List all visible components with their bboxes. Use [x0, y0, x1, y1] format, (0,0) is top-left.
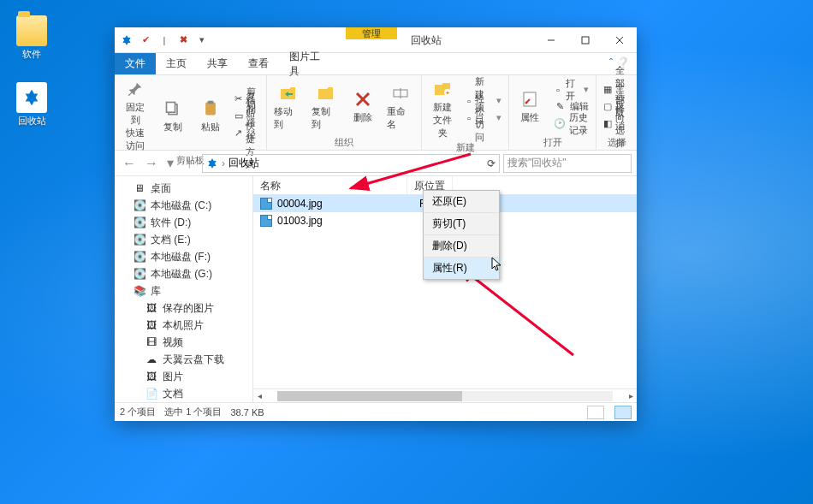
navigation-pane[interactable]: 🖥桌面 💽本地磁盘 (C:) 💽软件 (D:) 💽文档 (E:) 💽本地磁盘 (… [115, 176, 253, 402]
sidebar-drive[interactable]: 💽软件 (D:) [115, 214, 252, 231]
qat-icon[interactable] [120, 33, 134, 47]
pin-button[interactable]: 固定到 快速访问 [118, 77, 152, 154]
context-restore[interactable]: 还原(E) [424, 191, 499, 213]
up-button[interactable]: ↑ [180, 154, 199, 173]
minimize-button[interactable] [534, 27, 568, 52]
close-button[interactable] [602, 27, 637, 52]
copy-button[interactable]: 复制 [156, 97, 190, 135]
move-to-button[interactable]: 移动到 [270, 81, 305, 133]
new-folder-button[interactable]: ✦新建 文件夹 [425, 77, 460, 141]
recent-button[interactable]: ▾ [164, 154, 176, 173]
tab-view[interactable]: 查看 [238, 53, 279, 74]
copy-to-button[interactable]: 复制到 [308, 81, 342, 133]
sidebar-drive[interactable]: 💽文档 (E:) [115, 231, 252, 248]
folder-icon [16, 15, 47, 46]
paste-shortcut-button[interactable]: ↗粘贴快捷方式 [231, 124, 263, 141]
titlebar: ✔ | ✖ ▾ 管理 回收站 [115, 27, 637, 53]
search-placeholder: 搜索"回收站" [507, 156, 567, 170]
video-icon: 🎞 [145, 336, 157, 348]
sidebar-drive[interactable]: 💽本地磁盘 (C:) [115, 197, 252, 214]
help-icon[interactable]: ˆ ❔ [609, 56, 630, 69]
new-folder-icon: ✦ [432, 79, 453, 99]
documents-icon: 📄 [145, 388, 157, 400]
sidebar-drive[interactable]: 💽本地磁盘 (G:) [115, 265, 252, 282]
status-bar: 2 个项目 选中 1 个项目 38.7 KB [115, 402, 637, 421]
tab-home[interactable]: 主页 [156, 53, 197, 74]
invert-selection-button[interactable]: ◧反向选择 [600, 116, 633, 133]
scroll-right-icon[interactable]: ▸ [625, 391, 637, 400]
rename-button[interactable]: 重命名 [383, 81, 418, 133]
sidebar-desktop[interactable]: 🖥桌面 [115, 180, 252, 197]
forward-button[interactable]: → [142, 154, 161, 173]
sidebar-lib-item[interactable]: 🖼图片 [115, 368, 252, 385]
paste-button[interactable]: 粘贴 [193, 97, 228, 135]
refresh-icon[interactable]: ⟳ [487, 157, 496, 169]
history-icon: 🕑 [554, 118, 566, 130]
paste-icon [200, 98, 221, 119]
back-button[interactable]: ← [120, 154, 139, 173]
window-title: 回收站 [411, 33, 442, 48]
sidebar-lib-item[interactable]: ☁天翼云盘下载 [115, 351, 252, 368]
pictures-icon: 🖼 [145, 371, 157, 382]
ribbon-group-open: 属性 ▫打开▾ ✎编辑 🕑历史记录 打开 [509, 75, 596, 150]
properties-icon [519, 89, 540, 110]
horizontal-scrollbar[interactable]: ◂ ▸ [253, 388, 637, 402]
tab-share[interactable]: 共享 [197, 53, 238, 74]
maximize-button[interactable] [568, 27, 602, 52]
status-selected: 选中 1 个项目 [164, 406, 222, 418]
icons-view-button[interactable] [614, 406, 632, 419]
search-box[interactable]: 搜索"回收站" [503, 154, 632, 173]
history-button[interactable]: 🕑历史记录 [550, 116, 592, 133]
svg-rect-5 [167, 102, 175, 112]
tab-picture-tools[interactable]: 图片工具 [279, 53, 330, 74]
address-bar[interactable]: › 回收站 ⌄ ⟳ [202, 154, 500, 173]
ribbon-group-select: ▦全部选择 ▢全部取消 ◧反向选择 选择 [596, 75, 637, 150]
copy-icon [163, 98, 183, 119]
desktop-icon-recycle-bin[interactable]: 回收站 [10, 82, 53, 127]
context-delete[interactable]: 删除(D) [424, 235, 499, 258]
properties-button[interactable]: 属性 [513, 87, 547, 126]
svg-point-15 [525, 102, 528, 104]
sidebar-lib-item[interactable]: 📄文档 [115, 385, 252, 402]
svg-rect-1 [582, 37, 589, 44]
drive-icon: 💽 [134, 199, 145, 211]
ribbon-tabs: 文件 主页 共享 查看 图片工具 ˆ ❔ [115, 53, 637, 75]
copy-to-icon [315, 83, 335, 104]
context-cut[interactable]: 剪切(T) [424, 213, 499, 235]
sidebar-lib-item[interactable]: 🖼保存的图片 [115, 299, 252, 317]
details-view-button[interactable] [587, 406, 604, 419]
recycle-bin-icon [206, 157, 218, 169]
desktop-icon-software[interactable]: 软件 [10, 15, 53, 61]
context-properties[interactable]: 属性(R) [424, 258, 499, 279]
scroll-thumb[interactable] [277, 391, 462, 401]
scroll-left-icon[interactable]: ◂ [253, 391, 265, 400]
ribbon-group-clipboard: 固定到 快速访问 复制 粘贴 ✂剪切 ▭复制路径 ↗粘贴快捷方式 剪贴板 [115, 75, 267, 150]
desktop-icon-label: 软件 [10, 48, 53, 61]
delete-button[interactable]: 删除 [346, 87, 380, 126]
group-label: 选择 [600, 136, 633, 150]
svg-rect-6 [205, 102, 216, 115]
invert-icon: ◧ [603, 118, 612, 130]
cloud-icon: ☁ [145, 353, 157, 365]
open-button[interactable]: ▫打开▾ [550, 81, 592, 98]
sidebar-lib-item[interactable]: 🎞视频 [115, 334, 252, 351]
shortcut-icon: ↗ [234, 127, 242, 139]
sidebar-library[interactable]: 📚库 [115, 282, 252, 299]
chevron-right-icon: › [222, 157, 225, 169]
cut-icon: ✂ [234, 92, 243, 104]
sidebar-lib-item[interactable]: 🖼本机照片 [115, 317, 252, 334]
column-name[interactable]: 名称 [253, 176, 407, 194]
easy-access-button[interactable]: ▫轻松访问▾ [463, 110, 505, 127]
library-icon: 📚 [134, 285, 145, 297]
file-name: 00004.jpg [277, 198, 414, 210]
contextual-tab-header: 管理 [346, 27, 397, 39]
qat-close-icon[interactable]: ✖ [176, 33, 190, 47]
qat-dropdown-icon[interactable]: ▾ [195, 33, 209, 47]
qat-check-icon[interactable]: ✔ [139, 33, 152, 47]
open-icon: ▫ [554, 84, 562, 96]
scroll-track[interactable] [277, 391, 613, 401]
pictures-icon: 🖼 [145, 302, 157, 314]
sidebar-drive[interactable]: 💽本地磁盘 (F:) [115, 248, 252, 265]
tab-file[interactable]: 文件 [115, 53, 156, 74]
navigation-bar: ← → ▾ ↑ › 回收站 ⌄ ⟳ 搜索"回收站" [115, 151, 637, 176]
